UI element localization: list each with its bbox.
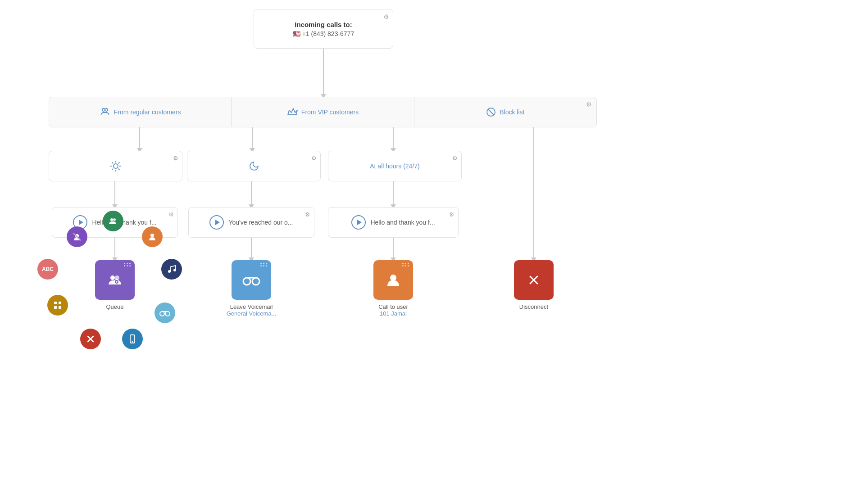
blocklist-icon (486, 107, 496, 117)
sun-icon (109, 160, 122, 172)
filter-regular-label: From regular customers (114, 108, 181, 116)
time-night-node[interactable]: ⚙ (187, 151, 321, 181)
settings-play3-icon[interactable]: ⚙ (449, 211, 454, 218)
svg-point-62 (132, 341, 133, 343)
regular-customers-icon (100, 107, 110, 117)
voicemail-box[interactable] (232, 260, 271, 300)
svg-line-32 (118, 169, 119, 170)
svg-point-35 (110, 275, 115, 280)
abc-label: ABC (42, 266, 54, 272)
call-user-icon (386, 272, 401, 288)
voicemail-label: Leave Voicemail General Voicema... (221, 303, 282, 317)
filter-settings-icon[interactable]: ⚙ (586, 101, 592, 108)
svg-line-33 (118, 162, 119, 164)
context-close-circle[interactable] (80, 329, 101, 349)
context-phone-circle[interactable] (122, 329, 143, 349)
incoming-phone: 🇺🇸 +1 (843) 823-6777 (293, 30, 354, 37)
filter-row: ⚙ From regular customers From VIP custom… (49, 97, 597, 127)
filter-vip[interactable]: From VIP customers (232, 97, 414, 127)
call-user-box[interactable] (373, 260, 413, 300)
svg-rect-52 (54, 302, 57, 304)
voicemail-small-icon (159, 309, 170, 317)
call-user-dots (402, 263, 409, 266)
context-person-circle[interactable] (142, 226, 163, 247)
play-button-2[interactable] (209, 215, 224, 230)
play-button-3[interactable] (351, 215, 366, 230)
disconnect-icon (527, 273, 541, 287)
queue-box[interactable] (95, 260, 135, 300)
flag-icon: 🇺🇸 (293, 30, 300, 37)
queue-dots (124, 263, 131, 266)
queue-label: Queue (92, 303, 137, 310)
disconnect-label: Disconnect (504, 303, 563, 310)
settings-night-icon[interactable]: ⚙ (311, 155, 317, 162)
mute-icon (72, 232, 82, 242)
voicemail-icon (242, 273, 260, 287)
svg-point-44 (110, 218, 113, 221)
context-abc-circle[interactable]: ABC (37, 259, 58, 280)
svg-point-26 (114, 164, 118, 168)
phone-icon (127, 334, 137, 344)
settings-play2-icon[interactable]: ⚙ (305, 211, 310, 218)
voicemail-dots (260, 263, 268, 266)
svg-line-31 (112, 162, 113, 164)
svg-line-34 (112, 169, 113, 170)
music-icon (167, 264, 177, 274)
svg-line-25 (488, 109, 494, 115)
context-music-circle[interactable] (161, 259, 182, 280)
call-user-label: Call to user 101 Jamal (363, 303, 424, 317)
grid-icon (53, 301, 62, 310)
svg-rect-53 (59, 302, 61, 304)
queue-icon (107, 272, 123, 288)
svg-rect-55 (59, 306, 61, 309)
play1-label: Hello and thank you f... (92, 219, 156, 226)
filter-regular[interactable]: From regular customers (49, 97, 232, 127)
svg-point-38 (243, 278, 250, 285)
person-icon (147, 232, 157, 242)
filter-vip-label: From VIP customers (301, 108, 359, 116)
filter-blocklist[interactable]: Block list (414, 97, 596, 127)
context-users-circle[interactable] (103, 211, 123, 231)
vip-icon (287, 108, 298, 117)
filter-blocklist-label: Block list (500, 108, 524, 116)
play-node-2[interactable]: ⚙ You've reached our o... (188, 207, 314, 238)
svg-point-51 (173, 269, 176, 271)
play2-label: You've reached our o... (228, 219, 293, 226)
svg-point-50 (168, 270, 171, 273)
context-voicemail-circle[interactable] (155, 302, 175, 323)
svg-point-23 (105, 108, 108, 111)
disconnect-box[interactable] (514, 260, 554, 300)
incoming-calls-node: ⚙ Incoming calls to: 🇺🇸 +1 (843) 823-677… (254, 9, 393, 49)
incoming-title: Incoming calls to: (295, 21, 352, 28)
svg-point-57 (165, 311, 170, 316)
play-node-3[interactable]: ⚙ Hello and thank you f... (328, 207, 459, 238)
users-icon (108, 216, 118, 226)
close-icon (86, 335, 95, 343)
time-allhours-node[interactable]: ⚙ At all hours (24/7) (328, 151, 462, 181)
allhours-label: At all hours (24/7) (370, 162, 420, 170)
svg-point-41 (390, 275, 396, 281)
svg-point-39 (252, 278, 259, 285)
context-grid-circle[interactable] (47, 295, 68, 316)
svg-point-45 (113, 218, 116, 221)
incoming-settings-icon[interactable]: ⚙ (383, 13, 389, 20)
svg-point-49 (150, 234, 154, 237)
settings-day-icon[interactable]: ⚙ (173, 155, 178, 162)
svg-rect-54 (54, 306, 57, 309)
voicemail-sublabel: General Voicema... (221, 310, 282, 317)
svg-point-56 (160, 311, 164, 316)
time-day-node[interactable]: ⚙ (49, 151, 182, 181)
moon-icon (249, 161, 259, 172)
call-user-sublabel: 101 Jamal (363, 310, 424, 317)
settings-allhours-icon[interactable]: ⚙ (452, 155, 458, 162)
context-mute-circle[interactable] (67, 226, 87, 247)
settings-play1-icon[interactable]: ⚙ (168, 211, 174, 218)
play3-label: Hello and thank you f... (370, 219, 435, 226)
